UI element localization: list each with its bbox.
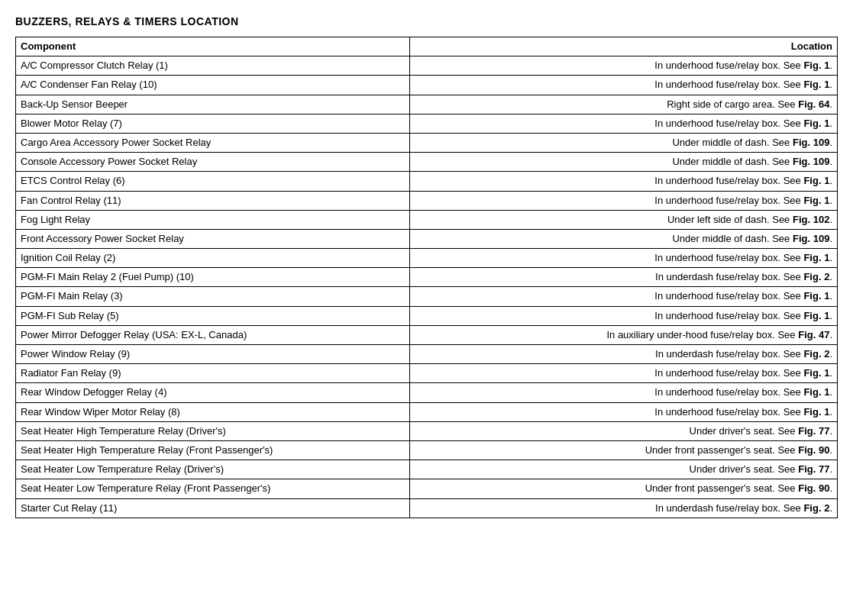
table-row: Seat Heater High Temperature Relay (Fron… [16, 440, 838, 460]
table-row: Fog Light RelayUnder left side of dash. … [16, 210, 838, 229]
location-text: In underhood fuse/relay box. See [654, 175, 803, 186]
table-row: Seat Heater Low Temperature Relay (Drive… [16, 460, 838, 479]
location-text: In underhood fuse/relay box. See [654, 195, 803, 206]
location-cell: Under driver's seat. See Fig. 77. [410, 421, 838, 440]
table-row: Cargo Area Accessory Power Socket RelayU… [16, 133, 838, 152]
figure-reference: Fig. 1 [803, 406, 829, 418]
location-text: In underhood fuse/relay box. See [654, 60, 803, 71]
table-row: Back-Up Sensor BeeperRight side of cargo… [16, 95, 838, 114]
component-cell: PGM-FI Sub Relay (5) [16, 306, 410, 325]
location-text: In underhood fuse/relay box. See [654, 79, 803, 90]
location-cell: In underhood fuse/relay box. See Fig. 1. [410, 76, 838, 95]
location-text: Under driver's seat. See [690, 463, 799, 475]
location-suffix: . [829, 482, 832, 494]
location-cell: Under middle of dash. See Fig. 109. [410, 229, 838, 248]
location-cell: Under front passenger's seat. See Fig. 9… [410, 479, 838, 498]
location-cell: Under front passenger's seat. See Fig. 9… [410, 440, 838, 460]
component-cell: Seat Heater High Temperature Relay (Driv… [16, 421, 410, 440]
component-cell: Starter Cut Relay (11) [16, 498, 410, 518]
component-cell: Console Accessory Power Socket Relay [16, 153, 410, 172]
location-suffix: . [829, 118, 832, 129]
location-suffix: . [829, 60, 832, 71]
location-suffix: . [829, 175, 832, 186]
figure-reference: Fig. 2 [803, 348, 829, 360]
component-cell: Blower Motor Relay (7) [16, 114, 410, 133]
table-row: Power Window Relay (9)In underdash fuse/… [16, 345, 838, 364]
figure-reference: Fig. 109 [793, 156, 829, 167]
figure-reference: Fig. 90 [798, 444, 829, 456]
figure-reference: Fig. 1 [803, 175, 829, 186]
location-cell: In underhood fuse/relay box. See Fig. 1. [410, 191, 838, 210]
location-text: In underhood fuse/relay box. See [654, 406, 803, 418]
table-row: Seat Heater Low Temperature Relay (Front… [16, 479, 838, 498]
figure-reference: Fig. 1 [803, 290, 829, 302]
location-cell: In auxiliary under-hood fuse/relay box. … [410, 325, 838, 344]
location-text: In underhood fuse/relay box. See [654, 252, 803, 263]
location-cell: In underhood fuse/relay box. See Fig. 1. [410, 402, 838, 421]
location-text: In underdash fuse/relay box. See [655, 502, 803, 514]
figure-reference: Fig. 77 [798, 425, 829, 437]
component-cell: Power Window Relay (9) [16, 345, 410, 364]
table-row: Seat Heater High Temperature Relay (Driv… [16, 421, 838, 440]
location-text: Under middle of dash. See [672, 137, 793, 148]
table-row: Starter Cut Relay (11)In underdash fuse/… [16, 498, 838, 518]
location-suffix: . [829, 233, 832, 244]
figure-reference: Fig. 1 [803, 252, 829, 263]
page-title: BUZZERS, RELAYS & TIMERS LOCATION [15, 15, 838, 27]
figure-reference: Fig. 1 [803, 386, 829, 398]
location-cell: In underdash fuse/relay box. See Fig. 2. [410, 268, 838, 287]
location-text: Under front passenger's seat. See [645, 444, 798, 456]
table-row: Rear Window Wiper Motor Relay (8)In unde… [16, 402, 838, 421]
table-row: Power Mirror Defogger Relay (USA: EX-L, … [16, 325, 838, 344]
table-header-row: Component Location [16, 37, 838, 56]
location-text: In auxiliary under-hood fuse/relay box. … [606, 329, 798, 340]
location-suffix: . [829, 214, 832, 225]
component-cell: Rear Window Wiper Motor Relay (8) [16, 402, 410, 421]
location-suffix: . [829, 329, 832, 340]
component-cell: PGM-FI Main Relay 2 (Fuel Pump) (10) [16, 268, 410, 287]
component-cell: Seat Heater Low Temperature Relay (Front… [16, 479, 410, 498]
table-row: ETCS Control Relay (6)In underhood fuse/… [16, 172, 838, 191]
location-text: In underhood fuse/relay box. See [654, 310, 803, 321]
figure-reference: Fig. 2 [803, 502, 829, 514]
component-cell: PGM-FI Main Relay (3) [16, 287, 410, 306]
location-suffix: . [829, 406, 832, 418]
location-cell: In underhood fuse/relay box. See Fig. 1. [410, 306, 838, 325]
table-row: PGM-FI Main Relay 2 (Fuel Pump) (10)In u… [16, 268, 838, 287]
figure-reference: Fig. 1 [803, 79, 829, 90]
location-cell: Under middle of dash. See Fig. 109. [410, 153, 838, 172]
location-suffix: . [829, 79, 832, 90]
header-component: Component [16, 37, 410, 56]
figure-reference: Fig. 102 [793, 214, 829, 225]
component-cell: Fog Light Relay [16, 210, 410, 229]
component-cell: ETCS Control Relay (6) [16, 172, 410, 191]
figure-reference: Fig. 47 [798, 329, 829, 340]
figure-reference: Fig. 90 [798, 482, 829, 494]
location-suffix: . [829, 156, 832, 167]
location-text: In underhood fuse/relay box. See [654, 118, 803, 129]
table-row: Rear Window Defogger Relay (4)In underho… [16, 383, 838, 402]
location-cell: In underhood fuse/relay box. See Fig. 1. [410, 56, 838, 76]
location-cell: In underhood fuse/relay box. See Fig. 1. [410, 364, 838, 383]
figure-reference: Fig. 64 [798, 98, 829, 110]
location-text: Under front passenger's seat. See [645, 482, 798, 494]
location-cell: In underdash fuse/relay box. See Fig. 2. [410, 498, 838, 518]
location-text: In underdash fuse/relay box. See [655, 271, 803, 282]
table-row: Blower Motor Relay (7)In underhood fuse/… [16, 114, 838, 133]
table-row: A/C Condenser Fan Relay (10)In underhood… [16, 76, 838, 95]
table-row: PGM-FI Main Relay (3)In underhood fuse/r… [16, 287, 838, 306]
location-cell: Under middle of dash. See Fig. 109. [410, 133, 838, 152]
location-suffix: . [829, 271, 832, 282]
component-cell: Rear Window Defogger Relay (4) [16, 383, 410, 402]
location-text: In underhood fuse/relay box. See [654, 367, 803, 379]
location-cell: In underhood fuse/relay box. See Fig. 1. [410, 249, 838, 268]
location-text: Under left side of dash. See [667, 214, 793, 225]
figure-reference: Fig. 77 [798, 463, 829, 475]
table-row: Console Accessory Power Socket RelayUnde… [16, 153, 838, 172]
location-suffix: . [829, 444, 832, 456]
figure-reference: Fig. 2 [803, 271, 829, 282]
location-text: Under middle of dash. See [672, 156, 793, 167]
component-cell: A/C Compressor Clutch Relay (1) [16, 56, 410, 76]
location-text: Under middle of dash. See [672, 233, 793, 244]
component-cell: Front Accessory Power Socket Relay [16, 229, 410, 248]
